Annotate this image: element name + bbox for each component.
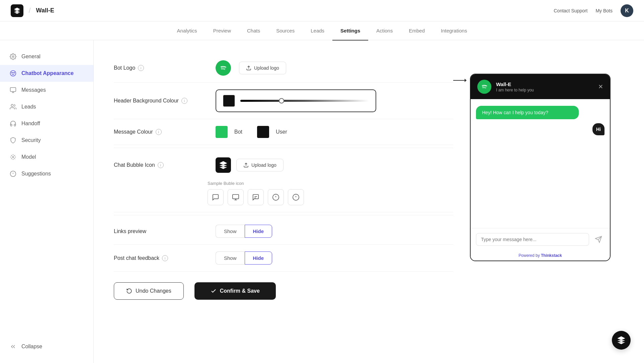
contact-support-link[interactable]: Contact Support bbox=[554, 8, 587, 13]
svg-point-1 bbox=[10, 71, 16, 76]
sidebar-messages-label: Messages bbox=[21, 87, 46, 93]
sidebar-model-label: Model bbox=[21, 154, 36, 160]
tab-settings[interactable]: Settings bbox=[332, 22, 368, 41]
user-avatar[interactable]: K bbox=[621, 4, 633, 17]
sidebar-item-messages[interactable]: Messages bbox=[0, 82, 93, 98]
app-logo[interactable] bbox=[11, 4, 23, 17]
app-name: Wall-E bbox=[36, 7, 54, 14]
preview-header: Wall-E I am here to help you ✕ bbox=[471, 74, 610, 99]
upload-bubble-icon bbox=[243, 162, 249, 168]
sidebar-item-security[interactable]: Security bbox=[0, 132, 93, 149]
collapse-icon bbox=[9, 343, 17, 350]
bubble-opt-5[interactable] bbox=[288, 189, 304, 205]
model-icon bbox=[9, 153, 17, 161]
sidebar-item-suggestions[interactable]: Suggestions bbox=[0, 165, 93, 182]
bubble-opt-4[interactable] bbox=[268, 189, 284, 205]
chat-bubble-info-icon[interactable]: i bbox=[158, 162, 164, 168]
svg-point-0 bbox=[12, 56, 14, 58]
preview-input-area bbox=[471, 228, 610, 250]
sidebar-collapse-btn[interactable]: Collapse bbox=[0, 338, 93, 355]
post-feedback-label: Post chat feedback i bbox=[114, 255, 208, 261]
messages-icon bbox=[9, 86, 17, 94]
bubble-opt-3[interactable] bbox=[248, 189, 264, 205]
sidebar-item-model[interactable]: Model bbox=[0, 149, 93, 165]
bubble-sample-label: Sample Buble icon bbox=[208, 181, 304, 186]
footer-buttons: Undo Changes Confirm & Save bbox=[114, 272, 453, 310]
preview-bot-subtitle: I am here to help you bbox=[496, 88, 534, 92]
color-swatch-black[interactable] bbox=[223, 95, 235, 107]
header-bg-info-icon[interactable]: i bbox=[181, 98, 187, 104]
suggestions-icon bbox=[9, 170, 17, 177]
bot-logo-row: Bot Logo i Upload logo bbox=[114, 54, 453, 83]
bubble-opt-2[interactable] bbox=[228, 189, 244, 205]
bot-logo-preview bbox=[216, 60, 231, 76]
header-bg-label: Header Background Colour i bbox=[114, 98, 208, 104]
check-icon bbox=[211, 288, 217, 294]
links-preview-show-btn[interactable]: Show bbox=[216, 225, 245, 238]
svg-point-3 bbox=[14, 72, 15, 73]
post-feedback-info-icon[interactable]: i bbox=[162, 255, 168, 261]
sidebar-general-label: General bbox=[21, 54, 41, 60]
preview-send-button[interactable] bbox=[592, 233, 605, 245]
header-left: / Wall-E bbox=[11, 4, 54, 17]
slider-thumb[interactable] bbox=[279, 98, 284, 103]
bot-colour-swatch[interactable] bbox=[216, 126, 228, 138]
sidebar-item-chatbot-appearance[interactable]: Chatbot Appearance bbox=[0, 65, 93, 82]
preview-message-input[interactable] bbox=[476, 233, 589, 246]
user-label: User bbox=[276, 129, 287, 135]
tab-analytics[interactable]: Analytics bbox=[169, 22, 205, 41]
message-colour-label: Message Colour i bbox=[114, 129, 208, 135]
undo-icon bbox=[126, 288, 132, 294]
tab-sources[interactable]: Sources bbox=[268, 22, 303, 41]
links-preview-hide-btn[interactable]: Hide bbox=[245, 225, 272, 238]
tab-chats[interactable]: Chats bbox=[239, 22, 268, 41]
arrow-connector bbox=[453, 77, 467, 84]
color-picker[interactable] bbox=[216, 89, 376, 112]
sidebar: General Chatbot Appearance Messages Lead… bbox=[0, 40, 94, 363]
preview-user-message: Hi bbox=[592, 123, 605, 135]
sidebar-leads-label: Leads bbox=[21, 104, 36, 110]
message-colour-info-icon[interactable]: i bbox=[156, 129, 162, 135]
upload-logo-button[interactable]: Upload logo bbox=[239, 62, 286, 74]
tab-leads[interactable]: Leads bbox=[303, 22, 332, 41]
bubble-icon-preview bbox=[216, 157, 231, 173]
handoff-icon bbox=[9, 120, 17, 127]
content-area: Bot Logo i Upload logo bbox=[94, 40, 644, 363]
bubble-opt-1[interactable] bbox=[208, 189, 224, 205]
svg-point-5 bbox=[11, 104, 13, 107]
main-layout: General Chatbot Appearance Messages Lead… bbox=[0, 40, 644, 363]
confirm-save-button[interactable]: Confirm & Save bbox=[194, 282, 276, 300]
tab-preview[interactable]: Preview bbox=[205, 22, 239, 41]
svg-point-6 bbox=[12, 156, 13, 157]
preview-powered-by: Powered by Thinkstack bbox=[471, 250, 610, 261]
preview-close-btn[interactable]: ✕ bbox=[598, 83, 603, 90]
tab-actions[interactable]: Actions bbox=[368, 22, 401, 41]
header-right: Contact Support My Bots K bbox=[554, 4, 633, 17]
sidebar-item-general[interactable]: General bbox=[0, 48, 93, 65]
tab-integrations[interactable]: Integrations bbox=[433, 22, 475, 41]
post-feedback-show-btn[interactable]: Show bbox=[216, 251, 245, 265]
sidebar-item-leads[interactable]: Leads bbox=[0, 98, 93, 115]
bot-logo-info-icon[interactable]: i bbox=[138, 65, 144, 71]
preview-bot-message: Hey! How can I help you today? bbox=[476, 106, 579, 119]
header-slash: / bbox=[29, 7, 31, 14]
logo-icon bbox=[13, 7, 21, 14]
color-slider[interactable] bbox=[240, 100, 369, 102]
svg-marker-19 bbox=[465, 79, 467, 82]
content-inner: Bot Logo i Upload logo bbox=[114, 54, 624, 310]
floating-chat-bubble[interactable] bbox=[612, 331, 631, 350]
bot-label: Bot bbox=[234, 129, 242, 135]
post-feedback-row: Post chat feedback i Show Hide bbox=[114, 245, 453, 272]
sidebar-security-label: Security bbox=[21, 137, 41, 143]
svg-point-2 bbox=[12, 72, 13, 73]
security-icon bbox=[9, 137, 17, 144]
undo-changes-button[interactable]: Undo Changes bbox=[114, 282, 184, 300]
upload-bubble-button[interactable]: Upload logo bbox=[236, 159, 284, 171]
post-feedback-hide-btn[interactable]: Hide bbox=[245, 251, 272, 265]
sidebar-suggestions-label: Suggestions bbox=[21, 171, 51, 177]
my-bots-link[interactable]: My Bots bbox=[595, 8, 613, 13]
sidebar-item-handoff[interactable]: Handoff bbox=[0, 115, 93, 132]
bubble-upload-row: Upload logo bbox=[216, 157, 284, 173]
tab-embed[interactable]: Embed bbox=[401, 22, 433, 41]
user-colour-swatch[interactable] bbox=[257, 126, 269, 138]
